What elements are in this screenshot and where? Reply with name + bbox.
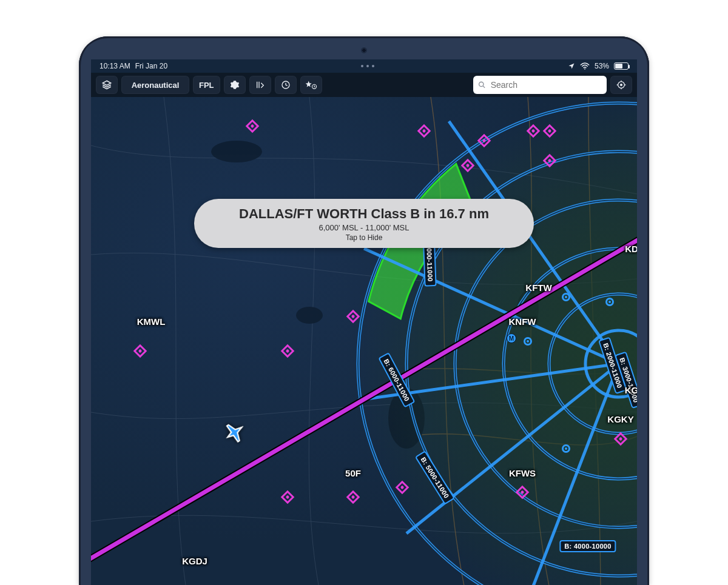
- airport-label: KG: [625, 385, 637, 395]
- svg-point-3: [479, 82, 484, 86]
- navaid-marker: [562, 444, 570, 453]
- map-mode-label: Aeronautical: [132, 81, 180, 90]
- course-line: [91, 97, 637, 585]
- alert-title: DALLAS/FT WORTH Class B in 16.7 nm: [211, 206, 517, 222]
- app-screen: 10:13 AM Fri Jan 20 53%: [91, 59, 637, 585]
- airspace-alert-banner[interactable]: DALLAS/FT WORTH Class B in 16.7 nm 6,000…: [194, 199, 534, 248]
- favorites-timer-button[interactable]: [300, 76, 322, 94]
- procedures-button[interactable]: [249, 76, 271, 94]
- location-icon: [568, 62, 575, 70]
- status-bar: 10:13 AM Fri Jan 20 53%: [91, 59, 637, 73]
- airport-label: KGDJ: [182, 555, 207, 566]
- app-toolbar: Aeronautical FPL: [91, 73, 637, 97]
- navaid-marker: [605, 298, 614, 306]
- battery-icon: [614, 62, 629, 70]
- navaid-marker: [562, 293, 570, 301]
- svg-line-27: [91, 212, 637, 576]
- svg-point-0: [584, 69, 585, 70]
- flight-plan-button[interactable]: FPL: [193, 76, 220, 94]
- airport-label: 50F: [345, 467, 361, 478]
- settings-button[interactable]: [224, 76, 246, 94]
- battery-percent: 53%: [595, 62, 609, 70]
- status-date: Fri Jan 20: [135, 62, 167, 70]
- map-canvas[interactable]: DALLAS/FT WORTH Class B in 16.7 nm 6,000…: [91, 97, 637, 585]
- front-camera: [361, 47, 367, 53]
- map-mode-button[interactable]: Aeronautical: [121, 76, 189, 94]
- search-field[interactable]: [473, 76, 607, 94]
- airport-label: KGKY: [607, 414, 633, 424]
- airport-label: KFTW: [525, 282, 551, 292]
- airspace-alt-label: B: 4000-10000: [559, 540, 616, 552]
- center-gps-button[interactable]: [610, 76, 632, 94]
- airport-label: KMWL: [137, 316, 166, 327]
- airport-label: KNFW: [509, 316, 536, 327]
- layers-button[interactable]: [96, 76, 118, 94]
- alert-altitudes: 6,000' MSL - 11,000' MSL: [211, 223, 517, 232]
- svg-line-28: [91, 212, 637, 576]
- alert-hint: Tap to Hide: [211, 233, 517, 242]
- instruments-button[interactable]: [275, 76, 297, 94]
- multitask-indicator[interactable]: [361, 65, 374, 67]
- ipad-device-frame: 10:13 AM Fri Jan 20 53%: [79, 36, 649, 585]
- status-time: 10:13 AM: [99, 62, 130, 70]
- wifi-icon: [580, 62, 590, 70]
- fpl-label: FPL: [199, 81, 214, 90]
- airport-label: KD: [625, 243, 637, 253]
- search-icon: [478, 81, 486, 89]
- navaid-marker: [524, 337, 532, 346]
- svg-point-5: [621, 84, 622, 86]
- airport-label: KFWS: [509, 467, 536, 478]
- search-input[interactable]: [490, 79, 602, 90]
- mode-c-badge: M: [507, 333, 516, 343]
